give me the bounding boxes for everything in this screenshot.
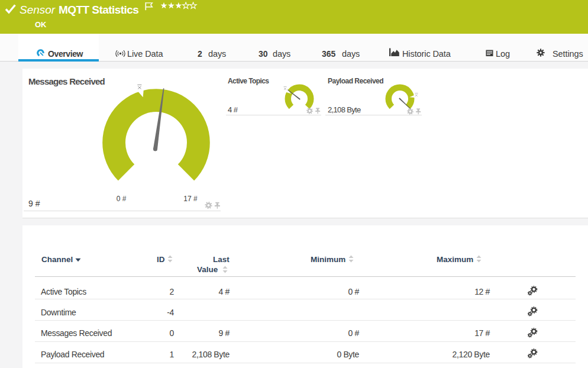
svg-text:17 #: 17 # xyxy=(183,195,198,203)
svg-text:0 #: 0 # xyxy=(117,195,127,203)
